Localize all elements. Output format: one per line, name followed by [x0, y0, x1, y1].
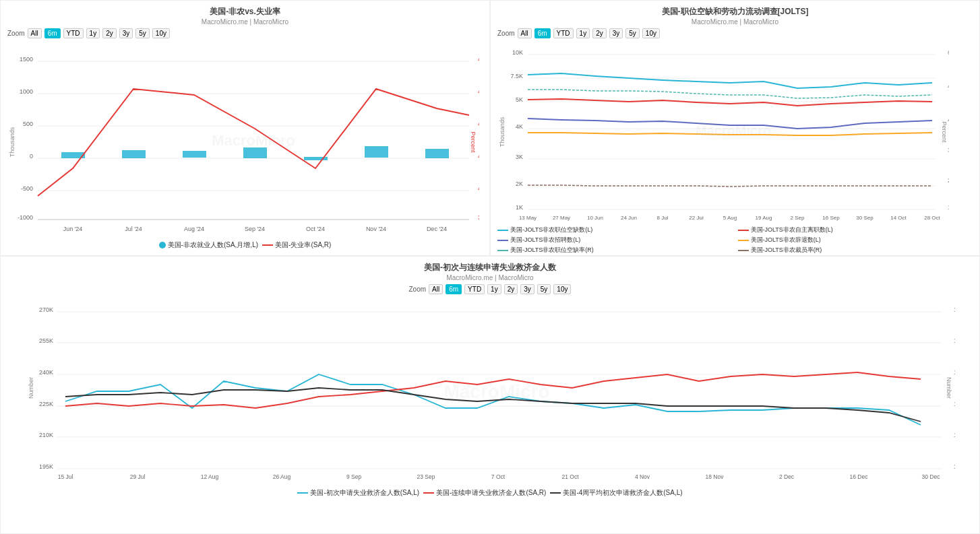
svg-text:1500: 1500	[20, 56, 33, 63]
legend-claims3: 美国-4周平均初次申请救济金人数(SA,L)	[550, 488, 682, 498]
legend-jolts6: 美国-JOLTS非农裁员率(R)	[738, 246, 973, 255]
chart1-svg: 1500 1000 500 0 -500 -1000 Thousands 4.3…	[7, 41, 479, 236]
svg-rect-23	[183, 151, 206, 158]
svg-text:1,800K: 1,800K	[954, 463, 955, 470]
svg-text:22 Jul: 22 Jul	[689, 215, 704, 221]
zoom-10y[interactable]: 10y	[152, 28, 170, 38]
svg-text:4.32: 4.32	[478, 56, 479, 63]
zoom-2y[interactable]: 2y	[102, 28, 117, 38]
svg-text:7.5K: 7.5K	[510, 73, 523, 79]
legend-line-claims3	[550, 492, 561, 494]
legend-line-claims2	[423, 492, 434, 494]
svg-text:MacroMicro: MacroMicro	[443, 381, 549, 402]
zoom-all[interactable]: All	[28, 28, 42, 38]
svg-text:16 Sep: 16 Sep	[822, 215, 840, 221]
svg-text:21 Oct: 21 Oct	[561, 473, 579, 480]
zoom2-ytd[interactable]: YTD	[553, 28, 574, 38]
zoom3-ytd[interactable]: YTD	[464, 284, 485, 294]
svg-text:2.4: 2.4	[948, 177, 949, 184]
svg-text:14 Oct: 14 Oct	[890, 215, 907, 221]
zoom2-10y[interactable]: 10y	[642, 28, 660, 38]
zoom2-3y[interactable]: 3y	[609, 28, 623, 38]
svg-text:Percent: Percent	[941, 121, 948, 143]
svg-text:10 Jun: 10 Jun	[587, 215, 603, 221]
zoom-ytd[interactable]: YTD	[63, 28, 84, 38]
legend-unemployment: 美国-失业率(SA,R)	[262, 240, 331, 250]
chart3-svg: 270K 255K 240K 225K 210K 195K Number 1,9…	[25, 297, 955, 486]
svg-text:500: 500	[23, 121, 33, 127]
chart3-zoom-bar: Zoom All 6m YTD 1y 2y 3y 5y 10y	[7, 284, 973, 294]
svg-text:4: 4	[478, 185, 479, 192]
svg-text:16 Dec: 16 Dec	[850, 473, 869, 480]
svg-text:8 Jul: 8 Jul	[657, 215, 669, 221]
svg-text:2 Sep: 2 Sep	[791, 215, 805, 221]
zoom3-1y[interactable]: 1y	[487, 284, 501, 294]
svg-text:6: 6	[948, 49, 949, 56]
legend-jolts5: 美国-JOLTS非农职位空缺率(R)	[497, 246, 733, 255]
legend-line-unemployment	[262, 244, 273, 246]
chart1-subtitle: MacroMicro.me | MacroMicro	[7, 18, 483, 26]
zoom3-10y[interactable]: 10y	[553, 284, 571, 294]
legend-line-jolts3	[497, 240, 508, 241]
zoom3-2y[interactable]: 2y	[504, 284, 518, 294]
svg-text:Dec '24: Dec '24	[427, 226, 447, 232]
svg-text:24 Jun: 24 Jun	[621, 215, 637, 221]
zoom-label: Zoom	[7, 30, 25, 37]
svg-text:5K: 5K	[516, 96, 523, 103]
svg-text:255K: 255K	[39, 337, 53, 344]
svg-text:26 Aug: 26 Aug	[273, 473, 291, 480]
zoom3-6m[interactable]: 6m	[446, 284, 462, 294]
chart2-title: 美国-职位空缺和劳动力流动调查[JOLTS]	[497, 6, 973, 18]
svg-text:29 Jul: 29 Jul	[130, 473, 146, 480]
zoom3-5y[interactable]: 5y	[537, 284, 551, 294]
zoom-6m[interactable]: 6m	[44, 28, 61, 38]
svg-text:Sep '24: Sep '24	[245, 226, 265, 232]
svg-text:10K: 10K	[512, 49, 523, 56]
chart3-subtitle: MacroMicro.me | MacroMicro	[7, 274, 973, 281]
chart3-legend: 美国-初次申请失业救济金人数(SA,L) 美国-连续申请失业救济金人数(SA,R…	[7, 488, 973, 498]
legend-label-claims1: 美国-初次申请失业救济金人数(SA,L)	[310, 488, 419, 498]
svg-text:5 Aug: 5 Aug	[723, 215, 737, 221]
zoom2-all[interactable]: All	[518, 28, 532, 38]
zoom-1y[interactable]: 1y	[86, 28, 100, 38]
svg-text:Jul '24: Jul '24	[125, 226, 142, 232]
chart1-title: 美国-非农vs.失业率	[7, 6, 483, 18]
legend-label-nonfarm: 美国-非农就业人数(SA,月增,L)	[168, 240, 258, 250]
svg-text:Thousands: Thousands	[499, 116, 506, 147]
svg-text:1,850K: 1,850K	[954, 401, 955, 407]
zoom-3y[interactable]: 3y	[119, 28, 133, 38]
svg-text:2K: 2K	[516, 180, 523, 187]
zoom2-5y[interactable]: 5y	[625, 28, 640, 38]
legend-line-jolts5	[497, 250, 508, 251]
svg-text:Number: Number	[946, 377, 952, 399]
svg-text:1,825K: 1,825K	[954, 432, 955, 438]
chart1-area: 1500 1000 500 0 -500 -1000 Thousands 4.3…	[7, 41, 483, 238]
zoom2-2y[interactable]: 2y	[592, 28, 607, 38]
zoom-5y[interactable]: 5y	[135, 28, 150, 38]
svg-text:1000: 1000	[20, 88, 33, 95]
svg-text:Nov '24: Nov '24	[366, 226, 386, 232]
svg-text:MacroMicro: MacroMicro	[696, 123, 771, 138]
svg-text:Aug '24: Aug '24	[184, 226, 204, 232]
legend-jolts4: 美国-JOLTS非农辞退数(L)	[738, 236, 973, 244]
chart-nonfarm: 美国-非农vs.失业率 MacroMicro.me | MacroMicro Z…	[0, 0, 490, 256]
svg-text:3K: 3K	[516, 154, 523, 160]
legend-label-unemployment: 美国-失业率(SA,R)	[275, 240, 331, 250]
zoom-label3: Zoom	[409, 286, 427, 293]
chart2-area: 10K 7.5K 5K 4K 3K 2K 1K Thousands 6 4.76…	[497, 41, 973, 224]
chart1-zoom-bar: Zoom All 6m YTD 1y 2y 3y 5y 10y	[7, 28, 483, 38]
svg-text:1.6: 1.6	[948, 204, 949, 211]
legend-jolts3: 美国-JOLTS非农招聘数(L)	[497, 236, 733, 244]
zoom2-1y[interactable]: 1y	[576, 28, 590, 38]
legend-line-jolts1	[497, 230, 508, 231]
svg-text:Jun '24: Jun '24	[63, 226, 83, 232]
zoom2-6m[interactable]: 6m	[534, 28, 551, 38]
svg-text:30 Dec: 30 Dec	[922, 473, 941, 480]
chart2-legend: 美国-JOLTS非农职位空缺数(L) 美国-JOLTS非农自主离职数(L) 美国…	[497, 226, 973, 255]
svg-text:7 Oct: 7 Oct	[491, 473, 506, 480]
legend-jolts2: 美国-JOLTS非农自主离职数(L)	[738, 226, 973, 234]
svg-text:3.92: 3.92	[478, 214, 479, 221]
zoom3-all[interactable]: All	[429, 284, 443, 294]
zoom3-3y[interactable]: 3y	[520, 284, 534, 294]
svg-text:210K: 210K	[39, 432, 53, 438]
